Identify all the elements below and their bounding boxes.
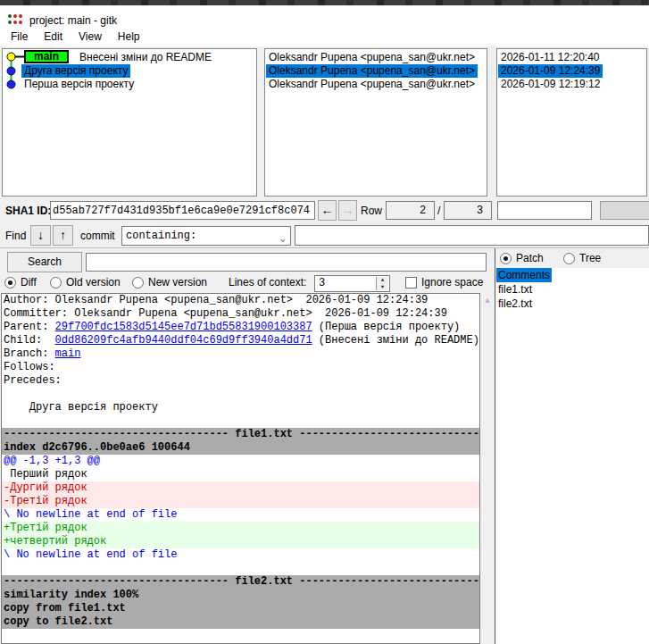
commit-date-panel[interactable]: 2026-01-11 12:20:40 2026-01-09 12:24:39 … <box>496 48 647 197</box>
gitk-window: project: main - gitk File Edit View Help… <box>0 0 649 644</box>
radio-old-version-label[interactable]: Old version <box>66 276 121 289</box>
radio-diff[interactable] <box>4 277 16 289</box>
diff-line: ----------------------------------- file… <box>2 428 479 441</box>
diff-line <box>2 414 479 428</box>
diff-line: \ No newline at end of file <box>2 508 479 522</box>
nav-back-button[interactable]: ← <box>318 200 337 221</box>
file-list-item[interactable]: Comments <box>496 268 552 282</box>
nav-forward-button[interactable]: → <box>338 200 357 221</box>
lines-of-context-spinner[interactable]: 3 ▲▼ <box>314 275 390 292</box>
status-field <box>497 201 592 220</box>
window-title: project: main - gitk <box>29 14 117 27</box>
find-next-button[interactable]: ↓ <box>30 225 51 246</box>
commit-list: main Внесені зміни до README Друга версі… <box>0 46 649 198</box>
sha1-label: SHA1 ID: <box>5 198 51 223</box>
diff-line: Author: Oleksandr Pupena <pupena_san@ukr… <box>2 294 479 307</box>
commit-node[interactable] <box>7 80 15 88</box>
diff-line: -Дургий рядок <box>2 481 479 495</box>
spinner-arrows-icon[interactable]: ▲▼ <box>376 277 388 290</box>
menu-view[interactable]: View <box>71 29 110 45</box>
commit-author[interactable]: Oleksandr Pupena <pupena_san@ukr.net> <box>266 78 478 91</box>
row-current-field: 2 <box>386 201 435 220</box>
diff-line: Branch: main <box>2 347 479 361</box>
diff-line: ----------------------------------- file… <box>2 575 479 589</box>
diff-line: +Третій рядок <box>2 522 479 535</box>
diff-line: Follows: <box>2 361 479 374</box>
diff-line: +четвертий рядок <box>2 535 479 548</box>
diff-line: @@ -1,3 +1,3 @@ <box>2 455 479 468</box>
file-list-item[interactable]: file2.txt <box>496 297 534 311</box>
diff-line: Committer: Oleksandr Pupena <pupena_san@… <box>2 307 479 321</box>
menu-bar: File Edit View Help <box>0 27 649 46</box>
changed-files-list[interactable]: Comments file1.txt file2.txt <box>496 268 649 644</box>
diff-view[interactable]: Author: Oleksandr Pupena <pupena_san@ukr… <box>1 293 480 644</box>
diff-line: Перший рядок <box>2 468 479 481</box>
find-prev-button[interactable]: ↑ <box>53 225 73 246</box>
sha1-input[interactable] <box>50 201 315 220</box>
diff-line: copy from file1.txt <box>2 602 479 615</box>
diff-line <box>2 562 479 575</box>
radio-patch-label[interactable]: Patch <box>516 252 544 265</box>
scroll-up-arrow-icon[interactable]: ▲ <box>480 294 495 306</box>
radio-patch[interactable] <box>500 253 512 264</box>
match-mode-combobox[interactable]: containing: ⌄ <box>121 226 291 246</box>
commit-subject[interactable]: Друга версія проекту <box>21 64 130 78</box>
diff-line: Child: 0dd86209fc4afb9440ddf04c69d9ff394… <box>2 334 479 347</box>
menu-help[interactable]: Help <box>110 29 148 45</box>
menu-file[interactable]: File <box>3 29 36 45</box>
menu-edit[interactable]: Edit <box>36 29 71 45</box>
search-button[interactable]: Search <box>7 252 82 272</box>
gitk-app-icon <box>8 14 24 27</box>
diff-line: Parent: 29f700fdc1583d5145ee7d71bd558319… <box>2 321 479 334</box>
chevron-down-icon: ⌄ <box>279 230 286 247</box>
commit-label: commit <box>80 223 115 248</box>
find-toolbar: Find ↓ ↑ commit containing: ⌄ <box>0 223 649 248</box>
commit-node[interactable] <box>7 67 15 75</box>
lines-of-context-label: Lines of context: <box>229 276 306 289</box>
find-query-input[interactable] <box>295 225 649 246</box>
row-label: Row <box>361 198 382 223</box>
progress-field <box>600 201 649 220</box>
commit-graph-panel[interactable]: main Внесені зміни до README Друга версі… <box>2 48 257 197</box>
ignore-space-label[interactable]: Ignore space change <box>421 276 487 289</box>
title-bar: project: main - gitk <box>0 5 649 27</box>
lines-of-context-value: 3 <box>319 277 325 289</box>
diff-line: Друга версія проекту <box>2 401 479 414</box>
diff-line: copy to file2.txt <box>2 615 479 629</box>
diff-line: Precedes: <box>2 374 479 388</box>
commit-date[interactable]: 2026-01-09 12:19:12 <box>498 78 603 91</box>
diff-scrollbar[interactable]: ▲ <box>480 294 495 644</box>
row-separator: / <box>437 198 440 223</box>
radio-new-version[interactable] <box>132 277 144 289</box>
find-label: Find <box>5 223 26 248</box>
radio-new-version-label[interactable]: New version <box>148 276 207 289</box>
commit-subject[interactable]: Перша версія проекту <box>21 78 137 91</box>
row-total-field: 3 <box>444 201 492 220</box>
commit-link[interactable]: 0dd86209fc4afb9440ddf04c69d9ff3940a4dd71 <box>55 334 312 347</box>
commit-author-panel[interactable]: Oleksandr Pupena <pupena_san@ukr.net> Ol… <box>264 48 487 197</box>
diff-line: -Третій рядок <box>2 495 479 508</box>
radio-old-version[interactable] <box>50 277 62 289</box>
ignore-space-checkbox[interactable] <box>405 277 417 289</box>
diff-line <box>2 388 479 401</box>
commit-date[interactable]: 2026-01-11 12:20:40 <box>498 51 603 64</box>
commit-author[interactable]: Oleksandr Pupena <pupena_san@ukr.net> <box>266 51 478 64</box>
radio-diff-label[interactable]: Diff <box>21 276 37 289</box>
file-list-item[interactable]: file1.txt <box>496 282 534 297</box>
pane-divider[interactable] <box>495 248 495 644</box>
branch-label-main[interactable]: main <box>24 50 69 63</box>
commit-node-head[interactable] <box>7 53 15 61</box>
diff-line: \ No newline at end of file <box>2 548 479 562</box>
search-input[interactable] <box>86 253 487 272</box>
commit-link[interactable]: main <box>55 347 81 360</box>
diff-line: similarity index 100% <box>2 589 479 602</box>
radio-tree[interactable] <box>563 253 575 264</box>
match-mode-value: containing: <box>126 230 196 242</box>
diff-line: index d2c6796..0be0ae6 100644 <box>2 441 479 455</box>
commit-subject[interactable]: Внесені зміни до README <box>77 51 214 64</box>
commit-date[interactable]: 2026-01-09 12:24:39 <box>498 64 603 78</box>
commit-link[interactable]: 29f700fdc1583d5145ee7d71bd55831900103387 <box>55 321 312 333</box>
radio-tree-label[interactable]: Tree <box>579 252 601 265</box>
commit-author[interactable]: Oleksandr Pupena <pupena_san@ukr.net> <box>266 64 478 78</box>
sha1-toolbar: SHA1 ID: ← → Row 2 / 3 <box>0 198 649 223</box>
